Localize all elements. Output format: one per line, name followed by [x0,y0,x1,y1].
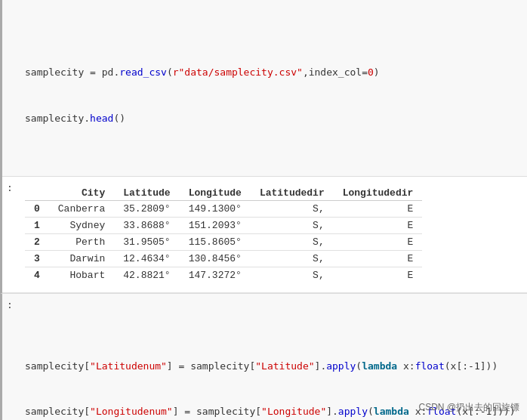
cell1-input[interactable]: samplecity = pd.read_csv(r"data/sampleci… [2,0,527,177]
table1-data-cell: S, [251,233,334,250]
table1-header-row: City Latitude Longitude Latitudedir Long… [25,186,422,201]
cell1-output-prompt: : [7,183,13,194]
table1-index-cell: 0 [25,200,49,217]
table1-index-cell: 3 [25,250,49,267]
table1-data-cell: Sydney [49,217,114,233]
table1-data-cell: 31.9505° [114,233,179,250]
table1-data-cell: S, [251,200,334,217]
table1-data-cell: S, [251,267,334,283]
table1-data-cell: E [334,233,423,250]
table1-index-cell: 1 [25,217,49,233]
table-row: 0Canberra35.2809°149.1300°S,E [25,200,422,217]
table1-th-index [25,186,49,201]
table1-th-latitude: Latitude [114,186,179,201]
cell1-output: : City Latitude Longitude Latitudedir Lo… [2,177,527,293]
table1-data-cell: 149.1300° [180,200,251,217]
table1-data-cell: 147.3272° [180,267,251,283]
table1-data-cell: 115.8605° [180,233,251,250]
table1-data-cell: Hobart [49,267,114,283]
table1-th-latitudedir: Latitudedir [251,186,334,201]
table1-index-cell: 2 [25,233,49,250]
code-line-3: samplecity["Latitudenum"] = samplecity["… [25,359,519,374]
table1-data-cell: S, [251,250,334,267]
table-row: 2Perth31.9505°115.8605°S,E [25,233,422,250]
table1-data-cell: 35.2809° [114,200,179,217]
table1-data-cell: 151.2093° [180,217,251,233]
table1-data-cell: E [334,267,423,283]
table1-th-city: City [49,186,114,201]
code-line-2: samplecity.head() [25,111,519,126]
table1: City Latitude Longitude Latitudedir Long… [25,186,422,283]
table1-data-cell: Darwin [49,250,114,267]
table-row: 3Darwin12.4634°130.8456°S,E [25,250,422,267]
table1-th-longitudedir: Longitudedir [334,186,423,201]
table1-data-cell: Canberra [49,200,114,217]
table1-data-cell: E [334,217,423,233]
table1-data-cell: 42.8821° [114,267,179,283]
table-row: 4Hobart42.8821°147.3272°S,E [25,267,422,283]
table1-data-cell: S, [251,217,334,233]
table1-data-cell: E [334,250,423,267]
table-row: 1Sydney33.8688°151.2093°S,E [25,217,422,233]
table1-data-cell: 12.4634° [114,250,179,267]
table1-body: 0Canberra35.2809°149.1300°S,E1Sydney33.8… [25,200,422,283]
cell1-block: samplecity = pd.read_csv(r"data/sampleci… [0,0,527,293]
table1-th-longitude: Longitude [180,186,251,201]
table1-index-cell: 4 [25,267,49,283]
table1-data-cell: E [334,200,423,217]
code-line-1: samplecity = pd.read_csv(r"data/sampleci… [25,65,519,80]
cell2-prompt: : [7,298,13,313]
watermark: CSDN @扔出去的回旋镖 [418,401,519,414]
table1-data-cell: 33.8688° [114,217,179,233]
table1-data-cell: Perth [49,233,114,250]
table1-data-cell: 130.8456° [180,250,251,267]
